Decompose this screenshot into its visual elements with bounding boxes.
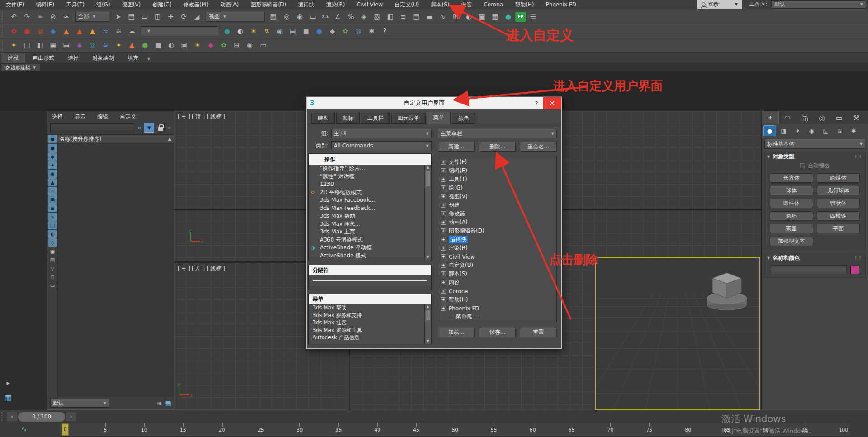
- scrollbar[interactable]: ▲ ▼: [424, 304, 431, 344]
- menu-list-item[interactable]: 3ds Max 社区: [309, 319, 424, 327]
- expand-icon[interactable]: [441, 177, 446, 182]
- primitive-button[interactable]: 几何球体: [817, 186, 860, 195]
- menu-item[interactable]: 工具(T): [60, 0, 90, 9]
- flower-icon[interactable]: ✿: [218, 39, 230, 51]
- expand-icon[interactable]: [441, 203, 446, 208]
- lock-button[interactable]: [157, 123, 165, 133]
- chevron-down-icon[interactable]: ▼: [147, 57, 150, 63]
- rotate-icon[interactable]: ⟳: [178, 11, 190, 23]
- expand-panel-icon[interactable]: ▶: [4, 378, 13, 387]
- rollout-header[interactable]: ▼ 名称和颜色 ⋮⋮: [764, 253, 865, 262]
- flame-icon[interactable]: ▲: [60, 25, 72, 37]
- manipulate-icon[interactable]: ◉: [294, 11, 306, 23]
- viewport-top-label[interactable]: [ + ] [ 顶 ] [ 线框 ]: [178, 113, 225, 121]
- name-column-header[interactable]: 名称(按升序排序): [57, 135, 168, 143]
- display-cameras-icon[interactable]: ◉: [48, 170, 57, 178]
- primitive-category-dropdown[interactable]: 标准基本体 ▼: [764, 139, 865, 149]
- action-item[interactable]: 3ds Max 帮助: [309, 212, 424, 220]
- scrollbar-thumb[interactable]: [426, 171, 430, 186]
- keyboard-override-icon[interactable]: ▭: [307, 11, 319, 23]
- grid-icon[interactable]: ▦: [47, 39, 59, 51]
- named-selection-icon[interactable]: ▧: [371, 11, 383, 23]
- selection-filter-dropdown[interactable]: 全部▼: [75, 12, 109, 22]
- display-xrefs-icon[interactable]: ⊞: [48, 204, 57, 212]
- explorer-window-icon[interactable]: ▦: [165, 399, 171, 407]
- menu-item[interactable]: Phoenix FD: [540, 0, 583, 9]
- primitive-button[interactable]: 球体: [770, 186, 813, 195]
- sun-icon[interactable]: ☀: [247, 25, 260, 37]
- filter-funnel-button[interactable]: ▼: [144, 123, 154, 133]
- menu-item[interactable]: 编辑(E): [30, 0, 60, 9]
- close-icon[interactable]: ×: [543, 97, 561, 109]
- expand-icon[interactable]: [441, 271, 446, 276]
- sub-spacewarps[interactable]: ≋: [833, 125, 846, 136]
- layer-manager-icon[interactable]: ▤: [410, 11, 422, 23]
- new-button[interactable]: 新建...: [438, 142, 475, 152]
- film-icon[interactable]: ▤: [287, 25, 299, 37]
- menu-item[interactable]: 创建(C): [147, 0, 177, 9]
- separator-item[interactable]: [313, 280, 427, 281]
- tree-item[interactable]: 组(G): [439, 184, 555, 192]
- list-icon[interactable]: ▤: [60, 39, 72, 51]
- help-icon[interactable]: ?: [379, 25, 391, 37]
- tab-utilities[interactable]: ⚒: [848, 111, 865, 124]
- tab-modify[interactable]: ◠: [779, 111, 796, 124]
- scrollbar-thumb[interactable]: [426, 310, 430, 320]
- workspace-dropdown[interactable]: 默认 ▼: [771, 0, 866, 9]
- more-options-icon[interactable]: »: [168, 125, 171, 131]
- menu-item[interactable]: 修改器(M): [177, 0, 214, 9]
- scroll-down-icon[interactable]: ▼: [427, 254, 429, 260]
- move-icon[interactable]: ✚: [165, 11, 177, 23]
- ribbon-tab[interactable]: 自由形式: [26, 53, 61, 63]
- angle-snap-icon[interactable]: ∠: [332, 11, 344, 23]
- tree-item[interactable]: 帮助(H): [439, 295, 555, 304]
- primitive-button[interactable]: 四棱锥: [817, 211, 860, 221]
- expand-icon[interactable]: [441, 228, 446, 233]
- category-dropdown[interactable]: All Commands ▼: [331, 141, 432, 150]
- half-sphere-icon[interactable]: ◐: [165, 39, 177, 51]
- explorer-menu-item[interactable]: 编辑: [97, 113, 108, 121]
- bind-spacewarp-icon[interactable]: ≈: [60, 11, 72, 23]
- scene-object[interactable]: [700, 265, 754, 314]
- primitive-button[interactable]: 圆锥体: [817, 173, 860, 183]
- action-item[interactable]: 3ds Max Facebook...: [309, 196, 424, 204]
- menu-item[interactable]: 渲染(R): [320, 0, 351, 9]
- curve-editor-icon[interactable]: ∿: [436, 11, 449, 23]
- expand-icon[interactable]: [441, 306, 446, 311]
- dialog-tab[interactable]: 菜单: [427, 112, 451, 124]
- autogrid-checkbox[interactable]: [800, 163, 805, 168]
- primitive-button[interactable]: 平面: [817, 224, 860, 233]
- display-helpers-icon[interactable]: ▲: [48, 178, 57, 186]
- tree-item[interactable]: 编辑(E): [439, 166, 555, 175]
- fire-icon[interactable]: ▲: [86, 25, 99, 37]
- viewport-perspective-active[interactable]: [595, 257, 760, 410]
- display-spacewarps-icon[interactable]: ≋: [48, 187, 57, 195]
- camera-icon[interactable]: ◉: [274, 25, 286, 37]
- ring-icon[interactable]: ◎: [86, 39, 99, 51]
- sphere-blue-icon[interactable]: ●: [313, 25, 325, 37]
- tree-item[interactable]: 视图(V): [439, 192, 555, 201]
- torus-red-icon[interactable]: ◎: [34, 25, 46, 37]
- action-item[interactable]: ⊙2D 平移缩放模式: [309, 189, 424, 197]
- action-item[interactable]: 3ds Max Feedback...: [309, 204, 424, 213]
- expand-icon[interactable]: [441, 237, 446, 242]
- sort-ascending-icon[interactable]: ▲: [168, 137, 171, 141]
- tree-item[interactable]: — 菜单尾 —: [439, 313, 555, 321]
- moon-icon[interactable]: ◐: [234, 25, 247, 37]
- delete-button[interactable]: 删除...: [479, 142, 516, 152]
- schematic-view-icon[interactable]: ⊞: [450, 11, 462, 23]
- spinner-snap-icon[interactable]: ◈: [358, 11, 370, 23]
- menu-item[interactable]: 动画(A): [214, 0, 245, 9]
- action-item[interactable]: “属性” 对话框: [309, 173, 424, 181]
- action-item[interactable]: A360 云渲染模式: [309, 236, 424, 244]
- percent-snap-icon[interactable]: %: [345, 11, 357, 23]
- scroll-up-icon[interactable]: ▲: [427, 165, 429, 170]
- primitive-button[interactable]: 管状体: [817, 199, 860, 208]
- expand-icon[interactable]: [441, 194, 446, 199]
- chart-icon[interactable]: ⊞: [231, 39, 243, 51]
- layer-box-icon[interactable]: ◻: [48, 273, 57, 281]
- panel-icon[interactable]: ▣: [178, 39, 190, 51]
- drop-icon[interactable]: ◆: [47, 25, 59, 37]
- tree-item[interactable]: 图形编辑器(D): [439, 227, 555, 235]
- rollout-header[interactable]: ▼ 对象类型 ⋮⋮: [764, 152, 865, 161]
